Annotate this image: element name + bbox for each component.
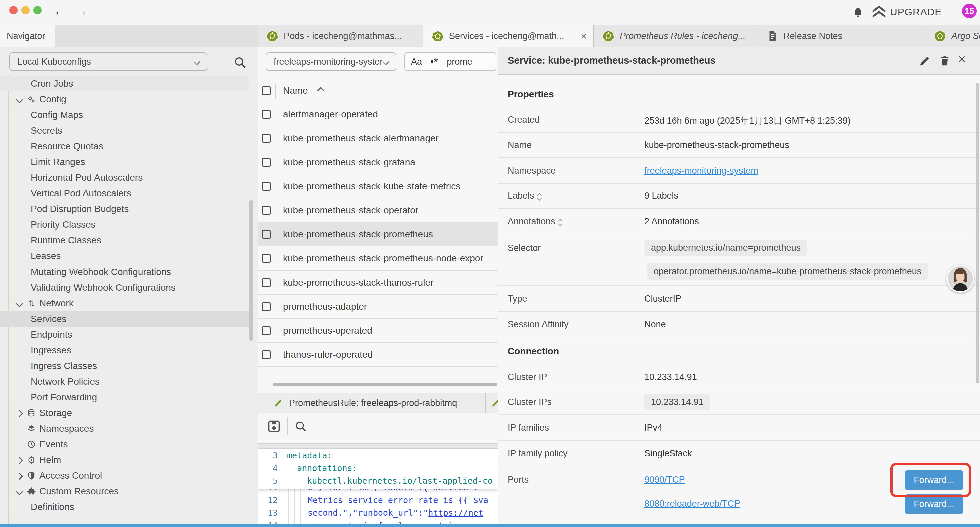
sidebar-item-vertical-pod-autoscalers[interactable]: Vertical Pod Autoscalers — [0, 185, 249, 201]
sidebar-item-pod-disruption-budgets[interactable]: Pod Disruption Budgets — [0, 201, 249, 217]
edit-pencil-icon — [491, 398, 498, 408]
tab-services-active[interactable]: Services - icecheng@math... × — [423, 25, 594, 47]
table-row[interactable]: prometheus-adapter — [258, 295, 498, 318]
tab-prometheus-rules[interactable]: Prometheus Rules - icecheng... — [594, 25, 758, 47]
row-checkbox[interactable] — [261, 278, 271, 287]
namespace-select[interactable]: freeleaps-monitoring-system — [266, 53, 396, 71]
sidebar-item-config-maps[interactable]: Config Maps — [0, 107, 249, 123]
table-row[interactable]: kube-prometheus-stack-thanos-ruler — [258, 271, 498, 295]
row-checkbox[interactable] — [261, 134, 271, 143]
sidebar-item-ingress-classes[interactable]: Ingress Classes — [0, 358, 249, 374]
sort-ascending-icon[interactable] — [317, 87, 324, 94]
row-checkbox[interactable] — [261, 110, 271, 119]
table-row-selected[interactable]: kube-prometheus-stack-prometheus — [258, 223, 498, 247]
sidebar-item-runtime-classes[interactable]: Runtime Classes — [0, 232, 249, 248]
table-row[interactable]: kube-prometheus-stack-operator — [258, 199, 498, 223]
avatar[interactable] — [946, 264, 974, 293]
tab-pods[interactable]: Pods - icecheng@mathmas... — [258, 25, 423, 47]
kubernetes-icon — [432, 30, 444, 42]
row-checkbox[interactable] — [261, 206, 271, 215]
resource-search-box[interactable]: Aa * — [404, 53, 496, 71]
navigator-panel-tab[interactable]: Navigator — [0, 25, 55, 47]
horizontal-scrollbar-thumb[interactable] — [273, 382, 497, 386]
expand-collapse-icon[interactable] — [559, 218, 562, 226]
row-checkbox[interactable] — [261, 230, 271, 239]
upgrade-icon[interactable] — [871, 4, 886, 20]
notification-count-badge[interactable]: 15 — [962, 4, 977, 18]
editor-tab-prometheusrule[interactable]: PrometheusRule: freeleaps-prod-rabbitmq — [258, 393, 486, 413]
save-icon[interactable] — [267, 419, 281, 433]
match-case-icon[interactable]: Aa — [411, 57, 422, 67]
table-row[interactable]: kube-prometheus-stack-prometheus-node-ex… — [258, 247, 498, 271]
sidebar-item-namespaces[interactable]: Namespaces — [0, 420, 249, 436]
row-checkbox[interactable] — [261, 182, 271, 191]
detail-row-type: Type ClusterIP — [498, 286, 980, 312]
detail-row-ip-families: IP families IPv4 — [498, 415, 980, 441]
sidebar-item-config[interactable]: Config — [0, 91, 249, 107]
back-button[interactable]: ← — [53, 4, 67, 18]
gears-icon — [27, 95, 36, 104]
sidebar-item-resource-quotas[interactable]: Resource Quotas — [0, 139, 249, 154]
sidebar-item-access-control[interactable]: Access Control — [0, 468, 249, 483]
sidebar-item-validating-webhook-configurations[interactable]: Validating Webhook Configurations — [0, 280, 249, 295]
close-tab-icon[interactable]: × — [581, 31, 587, 42]
close-panel-icon[interactable]: × — [958, 52, 966, 67]
sidebar-item-definitions[interactable]: Definitions — [0, 499, 249, 515]
row-checkbox[interactable] — [261, 302, 271, 311]
sidebar-item-network-policies[interactable]: Network Policies — [0, 374, 249, 389]
forward-button[interactable]: → — [75, 4, 88, 18]
sidebar-item-limit-ranges[interactable]: Limit Ranges — [0, 154, 249, 170]
forward-port-button[interactable]: Forward... — [905, 470, 963, 490]
sidebar-scrollbar-thumb[interactable] — [249, 201, 253, 341]
select-all-checkbox[interactable] — [261, 86, 271, 96]
kubeconfig-select[interactable]: Local Kubeconfigs — [10, 53, 207, 71]
sidebar-item-priority-classes[interactable]: Priority Classes — [0, 217, 249, 232]
sidebar-item-port-forwarding[interactable]: Port Forwarding — [0, 389, 249, 405]
table-row[interactable]: alertmanager-operated — [258, 102, 498, 126]
sidebar-item-services[interactable]: Services — [0, 311, 249, 326]
edit-pencil-icon[interactable] — [919, 55, 931, 67]
tab-argo[interactable]: Argo Se — [925, 25, 980, 47]
row-checkbox[interactable] — [261, 326, 271, 335]
regex-icon[interactable]: * — [431, 58, 438, 65]
notifications-bell-icon[interactable] — [851, 5, 865, 19]
row-checkbox[interactable] — [261, 158, 271, 167]
sidebar-item-helm[interactable]: Helm — [0, 452, 249, 468]
sidebar-item-network[interactable]: Network — [0, 295, 249, 311]
maximize-window-button[interactable] — [33, 6, 42, 14]
row-checkbox[interactable] — [261, 254, 271, 263]
editor-search-icon[interactable] — [294, 420, 307, 433]
table-row[interactable]: kube-prometheus-stack-grafana — [258, 150, 498, 174]
sidebar-item-leases[interactable]: Leases — [0, 248, 249, 264]
table-row[interactable]: kube-prometheus-stack-kube-state-metrics — [258, 174, 498, 199]
forward-port-button[interactable]: Forward... — [905, 494, 963, 514]
table-row[interactable]: prometheus-operated — [258, 318, 498, 342]
code-link[interactable]: https://net — [428, 508, 483, 517]
sidebar-item-secrets[interactable]: Secrets — [0, 123, 249, 139]
table-row[interactable]: thanos-ruler-operated — [258, 342, 498, 366]
port-link[interactable]: 9090/TCP — [644, 474, 685, 485]
sidebar-item-ingresses[interactable]: Ingresses — [0, 342, 249, 358]
sidebar-item-events[interactable]: Events — [0, 436, 249, 452]
sidebar-item-endpoints[interactable]: Endpoints — [0, 326, 249, 342]
sidebar-search-icon[interactable] — [234, 56, 247, 69]
close-window-button[interactable] — [10, 6, 18, 14]
delete-trash-icon[interactable] — [939, 54, 951, 67]
tab-release-notes[interactable]: Release Notes — [758, 25, 925, 47]
row-checkbox[interactable] — [261, 350, 271, 359]
detail-scrollbar-thumb[interactable] — [976, 83, 979, 383]
search-input[interactable] — [447, 57, 487, 67]
sidebar-item-cron-jobs[interactable]: Cron Jobs — [0, 76, 249, 91]
upgrade-label[interactable]: UPGRADE — [890, 6, 942, 18]
sidebar-item-storage[interactable]: Storage — [0, 405, 249, 420]
sidebar-item-custom-resources[interactable]: Custom Resources — [0, 483, 249, 499]
port-link[interactable]: 8080:reloader-web/TCP — [644, 498, 740, 509]
column-header-name[interactable]: Name — [283, 85, 308, 96]
table-row[interactable]: kube-prometheus-stack-alertmanager — [258, 126, 498, 150]
expand-collapse-icon[interactable] — [538, 192, 541, 200]
minimize-window-button[interactable] — [21, 6, 30, 14]
sidebar-item-horizontal-pod-autoscalers[interactable]: Horizontal Pod Autoscalers — [0, 170, 249, 185]
sidebar-item-mutating-webhook-configurations[interactable]: Mutating Webhook Configurations — [0, 264, 249, 280]
namespace-link[interactable]: freeleaps-monitoring-system — [644, 166, 758, 176]
yaml-editor[interactable]: 110","for":"1m","labels":{"service": 12M… — [258, 449, 498, 527]
